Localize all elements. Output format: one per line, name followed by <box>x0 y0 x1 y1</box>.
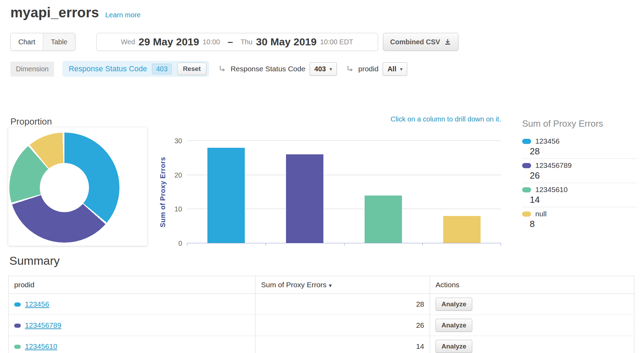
sum-of-proxy-errors-value: 14 <box>256 336 430 353</box>
legend-swatch <box>522 139 531 144</box>
drilldown-select-response-status-code[interactable]: 403 ▾ <box>310 62 337 76</box>
x-axis-baseline <box>187 243 501 243</box>
legend-swatch <box>522 163 531 168</box>
header: myapi_errors Learn more <box>10 5 141 20</box>
legend-value: 26 <box>530 171 637 181</box>
sum-of-proxy-errors-value: 26 <box>256 315 430 336</box>
learn-more-link[interactable]: Learn more <box>105 11 141 19</box>
bar-slots <box>187 141 501 243</box>
column-header-actions: Actions <box>430 276 634 294</box>
summary-table-body: 12345628Analyze12345678926Analyze1234561… <box>9 294 634 353</box>
row-color-swatch <box>14 324 21 328</box>
donut-hole <box>40 163 89 212</box>
drilldown-label: Response Status Code <box>231 65 305 73</box>
bar-slot <box>266 141 344 243</box>
date-range-picker[interactable]: Wed 29 May 2019 10:00 – Thu 30 May 2019 … <box>96 33 378 51</box>
drilldown-hint: Click on a column to drill down on it. <box>187 115 501 123</box>
y-tick-label: 30 <box>175 137 182 145</box>
analyze-button-123456789[interactable]: Analyze <box>436 319 472 332</box>
legend-value: 28 <box>530 146 637 156</box>
dimension-label: Dimension <box>10 62 54 76</box>
drilldown-label: prodid <box>358 65 378 73</box>
date-range-separator: – <box>227 36 233 47</box>
legend: Sum of Proxy Errors 12345628123456789261… <box>522 118 637 231</box>
page-title: myapi_errors <box>10 5 99 20</box>
y-tick-label: 20 <box>175 171 182 179</box>
view-toggle: Chart Table <box>10 33 75 51</box>
proportion-card <box>8 127 147 246</box>
drilldown-select-prodid[interactable]: All ▾ <box>383 62 407 76</box>
end-day: Thu <box>241 38 252 46</box>
end-date: 30 May 2019 <box>256 36 316 48</box>
drilldown-selected-value: All <box>387 65 396 73</box>
drilldown-arrow-icon <box>346 65 354 73</box>
legend-value: 8 <box>530 219 637 229</box>
legend-swatch <box>522 211 531 217</box>
bar-123456[interactable] <box>207 148 245 243</box>
prodid-link-123456[interactable]: 123456 <box>25 300 49 308</box>
bar-123456789[interactable] <box>286 154 323 243</box>
tab-chart[interactable]: Chart <box>11 33 43 51</box>
donut-chart[interactable] <box>9 133 119 243</box>
column-header-sum-of-proxy-errors[interactable]: Sum of Proxy Errors▼ <box>256 276 430 294</box>
y-axis: 0102030 <box>166 141 182 243</box>
legend-item-12345610: 1234561014 <box>522 183 637 207</box>
download-icon <box>444 38 451 45</box>
combined-csv-label: Combined CSV <box>390 38 440 46</box>
y-tick-label: 10 <box>175 205 182 213</box>
row-color-swatch <box>14 345 21 349</box>
legend-items: 12345628123456789261234561014null8 <box>522 135 637 231</box>
drilldown-response-status-code: Response Status Code 403 ▾ <box>218 62 337 76</box>
legend-label: 12345610 <box>535 185 567 194</box>
sum-of-proxy-errors-value: 28 <box>256 294 430 315</box>
proportion-label: Proportion <box>10 116 52 127</box>
report-page: myapi_errors Learn more Chart Table Wed … <box>0 0 644 353</box>
legend-value: 14 <box>530 195 637 205</box>
legend-swatch <box>522 187 531 192</box>
chevron-down-icon: ▾ <box>330 66 332 72</box>
active-filter-value: 403 <box>152 64 172 74</box>
active-filter-name: Response Status Code <box>69 64 147 73</box>
analyze-button-123456[interactable]: Analyze <box>436 298 472 311</box>
start-day: Wed <box>121 38 135 46</box>
table-row: 12345678926Analyze <box>9 315 634 336</box>
filter-row: Dimension Response Status Code 403 Reset… <box>10 61 407 77</box>
reset-button[interactable]: Reset <box>177 63 206 75</box>
start-date: 29 May 2019 <box>138 36 199 48</box>
legend-item-123456789: 12345678926 <box>522 159 637 183</box>
bar-slot <box>422 141 501 243</box>
row-color-swatch <box>14 302 21 307</box>
bar-slot <box>344 141 423 243</box>
y-tick-label: 0 <box>178 239 182 247</box>
sort-desc-icon: ▼ <box>328 283 333 288</box>
summary-table: prodid Sum of Proxy Errors▼ Actions 1234… <box>8 276 634 353</box>
end-time: 10:00 EDT <box>320 38 353 46</box>
legend-label: 123456 <box>535 137 560 145</box>
legend-label: null <box>535 210 547 218</box>
combined-csv-button[interactable]: Combined CSV <box>383 33 458 51</box>
bar-12345610[interactable] <box>365 196 402 243</box>
drilldown-arrow-icon <box>218 65 226 73</box>
active-filter-chip[interactable]: Response Status Code 403 Reset <box>62 61 209 77</box>
start-time: 10:00 <box>203 38 220 46</box>
bar-slot <box>187 141 266 243</box>
drilldown-prodid: prodid All ▾ <box>346 62 407 76</box>
chevron-down-icon: ▾ <box>400 66 403 72</box>
summary-heading: Summary <box>9 254 60 268</box>
column-header-prodid: prodid <box>9 276 256 294</box>
prodid-link-123456789[interactable]: 123456789 <box>25 321 61 329</box>
legend-item-123456: 12345628 <box>522 135 637 159</box>
bar-null[interactable] <box>443 216 481 243</box>
bar-chart <box>187 141 501 243</box>
tab-table[interactable]: Table <box>43 33 75 51</box>
legend-title: Sum of Proxy Errors <box>522 118 637 129</box>
summary-table-header-row: prodid Sum of Proxy Errors▼ Actions <box>9 276 634 294</box>
legend-item-null: null8 <box>522 207 637 231</box>
legend-label: 123456789 <box>535 161 572 170</box>
drilldown-selected-value: 403 <box>314 65 326 73</box>
analyze-button-12345610[interactable]: Analyze <box>436 340 472 353</box>
table-row: 12345628Analyze <box>9 294 634 315</box>
toolbar: Chart Table Wed 29 May 2019 10:00 – Thu … <box>10 33 458 51</box>
prodid-link-12345610[interactable]: 12345610 <box>25 342 57 350</box>
table-row: 1234561014Analyze <box>9 336 634 353</box>
